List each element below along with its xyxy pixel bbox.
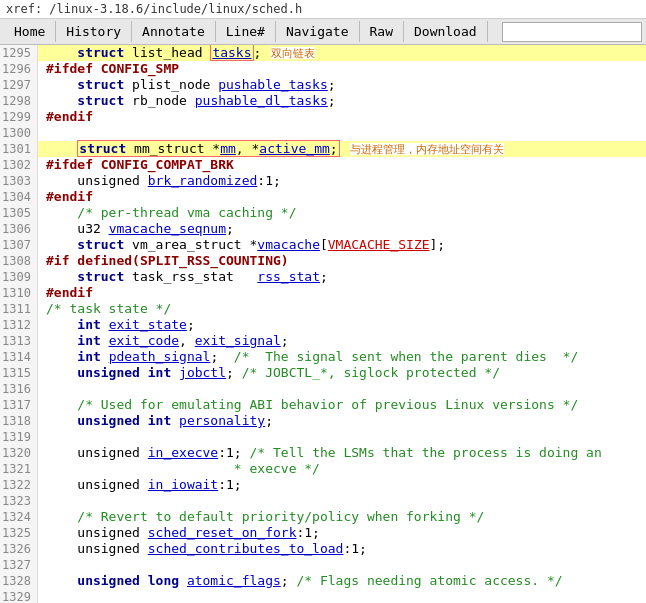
link-personality[interactable]: personality [179,413,265,428]
line-content: unsigned sched_reset_on_fork:1; [38,525,646,541]
line-content: u32 vmacache_seqnum; [38,221,646,237]
line-content: #endif [38,189,646,205]
link-in_execve[interactable]: in_execve [148,445,218,460]
nav-annotate[interactable]: Annotate [132,21,216,42]
line-number: 1328 [0,573,38,589]
line-number: 1313 [0,333,38,349]
line-content: /* per-thread vma caching */ [38,205,646,221]
line-number: 1297 [0,77,38,93]
table-row: 1327 [0,557,646,573]
link-rss_stat[interactable]: rss_stat [257,269,320,284]
line-content: unsigned brk_randomized:1; [38,173,646,189]
table-row: 1299#endif [0,109,646,125]
link-vmacache[interactable]: vmacache [257,237,320,252]
table-row: 1305 /* per-thread vma caching */ [0,205,646,221]
table-row: 1322 unsigned in_iowait:1; [0,477,646,493]
table-row: 1311/* task state */ [0,301,646,317]
nav-download[interactable]: Download [404,21,488,42]
table-row: 1319 [0,429,646,445]
line-content: /* task state */ [38,301,646,317]
link-exit_signal[interactable]: exit_signal [195,333,281,348]
line-number: 1312 [0,317,38,333]
table-row: 1301 struct mm_struct *mm, *active_mm;与进… [0,141,646,157]
line-content: #endif [38,285,646,301]
line-content: int pdeath_signal; /* The signal sent wh… [38,349,646,365]
table-row: 1320 unsigned in_execve:1; /* Tell the L… [0,445,646,461]
table-row: 1304#endif [0,189,646,205]
table-row: 1326 unsigned sched_contributes_to_load:… [0,541,646,557]
line-content: int exit_code, exit_signal; [38,333,646,349]
link-exit_code[interactable]: exit_code [109,333,179,348]
line-content: * execve */ [38,461,646,477]
line-content: unsigned in_iowait:1; [38,477,646,493]
line-number: 1315 [0,365,38,381]
table-row: 1317 /* Used for emulating ABI behavior … [0,397,646,413]
line-number: 1321 [0,461,38,477]
table-row: 1313 int exit_code, exit_signal; [0,333,646,349]
table-row: 1314 int pdeath_signal; /* The signal se… [0,349,646,365]
link-tasks[interactable]: tasks [212,45,251,60]
link-mm[interactable]: mm [220,141,236,156]
link-in_iowait[interactable]: in_iowait [148,477,218,492]
table-row: 1324 /* Revert to default priority/polic… [0,509,646,525]
link-active_mm[interactable]: active_mm [259,141,329,156]
line-content: /* Revert to default priority/policy whe… [38,509,646,525]
line-number: 1329 [0,589,38,603]
line-number: 1319 [0,429,38,445]
link-atomic_flags[interactable]: atomic_flags [187,573,281,588]
table-row: 1325 unsigned sched_reset_on_fork:1; [0,525,646,541]
line-number: 1299 [0,109,38,125]
line-number: 1324 [0,509,38,525]
line-content: unsigned sched_contributes_to_load:1; [38,541,646,557]
line-number: 1318 [0,413,38,429]
line-content: unsigned in_execve:1; /* Tell the LSMs t… [38,445,646,461]
table-row: 1308#if defined(SPLIT_RSS_COUNTING) [0,253,646,269]
code-area: 1295 struct list_head tasks;双向链表1296#ifd… [0,45,646,603]
link-jobctl[interactable]: jobctl [179,365,226,380]
link-pushable_dl_tasks[interactable]: pushable_dl_tasks [195,93,328,108]
link-pushable_tasks[interactable]: pushable_tasks [218,77,328,92]
annotation-tasks: 双向链表 [271,47,315,59]
search-input[interactable] [502,22,642,42]
nav-home[interactable]: Home [4,21,56,42]
table-row: 1318 unsigned int personality; [0,413,646,429]
line-number: 1306 [0,221,38,237]
table-row: 1328 unsigned long atomic_flags; /* Flag… [0,573,646,589]
nav-line[interactable]: Line# [216,21,276,42]
table-row: 1307 struct vm_area_struct *vmacache[VMA… [0,237,646,253]
table-row: 1312 int exit_state; [0,317,646,333]
line-content: struct mm_struct *mm, *active_mm;与进程管理，内… [38,141,646,157]
line-content: /* Used for emulating ABI behavior of pr… [38,397,646,413]
link-sched_contributes_to_load[interactable]: sched_contributes_to_load [148,541,344,556]
link-brk_randomized[interactable]: brk_randomized [148,173,258,188]
line-number: 1308 [0,253,38,269]
link-sched_reset_on_fork[interactable]: sched_reset_on_fork [148,525,297,540]
line-number: 1303 [0,173,38,189]
nav-history[interactable]: History [56,21,132,42]
table-row: 1321 * execve */ [0,461,646,477]
link-pdeath_signal[interactable]: pdeath_signal [109,349,211,364]
table-row: 1302#ifdef CONFIG_COMPAT_BRK [0,157,646,173]
line-content: #endif [38,109,646,125]
table-row: 1295 struct list_head tasks;双向链表 [0,45,646,61]
table-row: 1300 [0,125,646,141]
line-content: #ifdef CONFIG_COMPAT_BRK [38,157,646,173]
line-number: 1316 [0,381,38,397]
line-content: struct list_head tasks;双向链表 [38,45,646,61]
line-content: unsigned int jobctl; /* JOBCTL_*, sigloc… [38,365,646,381]
line-number: 1317 [0,397,38,413]
table-row: 1316 [0,381,646,397]
nav-navigate[interactable]: Navigate [276,21,360,42]
line-content: struct plist_node pushable_tasks; [38,77,646,93]
link-vmacache_seqnum[interactable]: vmacache_seqnum [109,221,226,236]
line-number: 1302 [0,157,38,173]
table-row: 1296#ifdef CONFIG_SMP [0,61,646,77]
line-number: 1320 [0,445,38,461]
title-bar: xref: /linux-3.18.6/include/linux/sched.… [0,0,646,19]
line-number: 1314 [0,349,38,365]
line-number: 1322 [0,477,38,493]
line-number: 1323 [0,493,38,509]
nav-raw[interactable]: Raw [360,21,404,42]
link-exit_state[interactable]: exit_state [109,317,187,332]
line-content: #ifdef CONFIG_SMP [38,61,646,77]
